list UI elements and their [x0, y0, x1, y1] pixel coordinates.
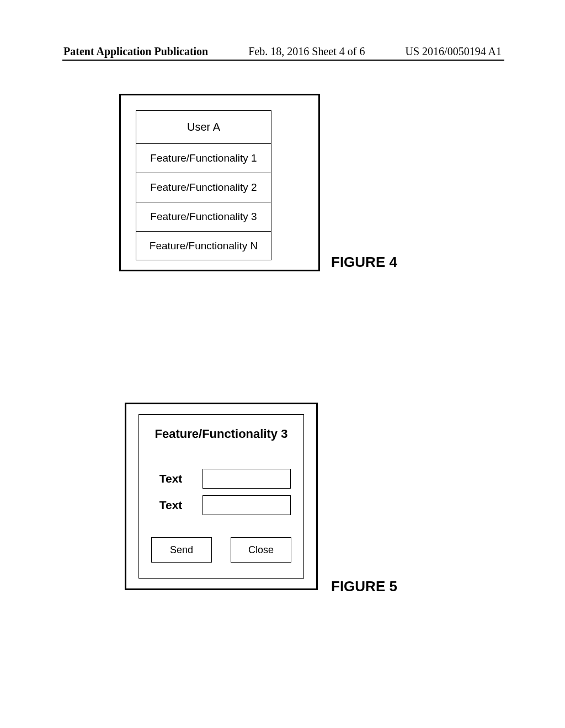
- header-right-text: US 2016/0050194 A1: [406, 45, 502, 58]
- figure4-caption: FIGURE 4: [331, 254, 397, 271]
- figure4-row-label: Feature/Functionality 1: [150, 152, 257, 164]
- figure5-title: Feature/Functionality 3: [139, 427, 303, 441]
- close-button-label: Close: [248, 544, 274, 556]
- figure4-row-label: User A: [187, 121, 220, 133]
- send-button[interactable]: Send: [151, 537, 212, 563]
- figure5-form: Text Text: [139, 469, 303, 515]
- figure5-field-row: Text: [139, 495, 303, 515]
- header-left-text: Patent Application Publication: [63, 45, 208, 58]
- page-header: Patent Application Publication Feb. 18, …: [0, 45, 565, 58]
- figure5-field-row: Text: [139, 469, 303, 489]
- figure5-field-label: Text: [139, 499, 202, 512]
- figure4-row-label: Feature/Functionality 2: [150, 181, 257, 194]
- figure4-user-row: User A: [136, 110, 271, 143]
- figure5-device-frame: Feature/Functionality 3 Text Text Send C…: [125, 403, 318, 590]
- figure4-row-label: Feature/Functionality N: [150, 240, 258, 252]
- figure4-list: User A Feature/Functionality 1 Feature/F…: [136, 110, 271, 260]
- figure5-button-row: Send Close: [139, 537, 303, 563]
- header-center-text: Feb. 18, 2016 Sheet 4 of 6: [248, 45, 365, 58]
- figure4-feature-row: Feature/Functionality 1: [136, 143, 271, 173]
- figure4-feature-row: Feature/Functionality 3: [136, 202, 271, 231]
- header-divider: [62, 60, 504, 61]
- figure4-device-frame: User A Feature/Functionality 1 Feature/F…: [119, 94, 320, 271]
- figure5-text-input[interactable]: [202, 469, 291, 489]
- send-button-label: Send: [170, 544, 193, 556]
- figure4-row-label: Feature/Functionality 3: [150, 211, 257, 223]
- figure5-text-input[interactable]: [202, 495, 291, 515]
- figure5-field-label: Text: [139, 472, 202, 485]
- figure5-caption: FIGURE 5: [331, 578, 397, 595]
- figure4-feature-row: Feature/Functionality 2: [136, 173, 271, 202]
- figure5-panel: Feature/Functionality 3 Text Text Send C…: [138, 414, 304, 579]
- close-button[interactable]: Close: [231, 537, 291, 563]
- figure4-feature-row: Feature/Functionality N: [136, 231, 271, 260]
